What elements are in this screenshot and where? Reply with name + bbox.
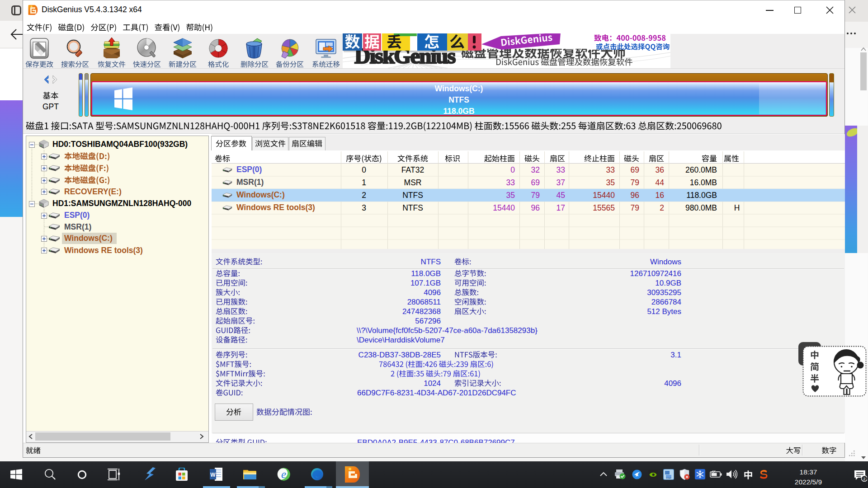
svg-text:2: 2	[863, 476, 865, 481]
svg-text:W: W	[210, 472, 216, 478]
svg-text:intel: intel	[666, 477, 671, 479]
